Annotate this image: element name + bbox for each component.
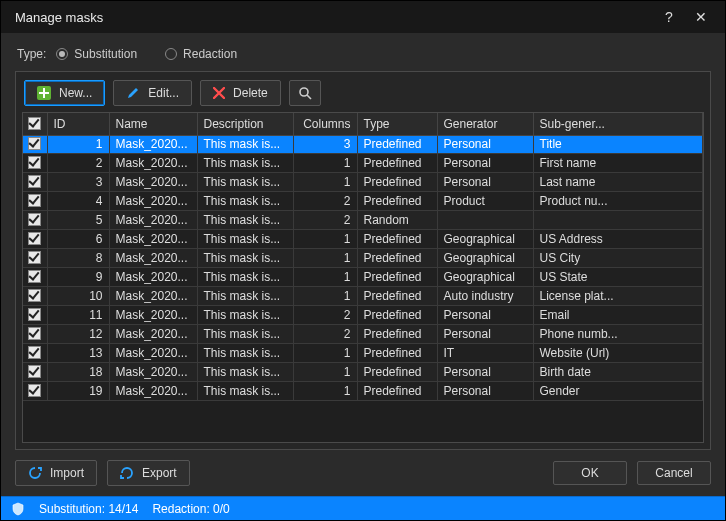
- table-row[interactable]: 2Mask_2020...This mask is...1PredefinedP…: [23, 154, 703, 173]
- cell-id: 4: [47, 192, 109, 211]
- content-area: Type: Substitution Redaction New...: [1, 33, 725, 450]
- cell-type: Predefined: [357, 363, 437, 382]
- cell-columns: 2: [293, 192, 357, 211]
- cell-generator: Personal: [437, 306, 533, 325]
- row-checkbox[interactable]: [28, 289, 41, 302]
- header-type[interactable]: Type: [357, 113, 437, 135]
- row-checkbox[interactable]: [28, 327, 41, 340]
- cell-type: Predefined: [357, 344, 437, 363]
- cell-id: 6: [47, 230, 109, 249]
- cancel-button[interactable]: Cancel: [637, 461, 711, 485]
- cell-columns: 1: [293, 382, 357, 401]
- close-icon: ✕: [695, 9, 707, 25]
- cell-id: 19: [47, 382, 109, 401]
- delete-icon: [213, 87, 225, 99]
- table-row[interactable]: 3Mask_2020...This mask is...1PredefinedP…: [23, 173, 703, 192]
- header-description[interactable]: Description: [197, 113, 293, 135]
- row-checkbox[interactable]: [28, 308, 41, 321]
- cell-columns: 1: [293, 154, 357, 173]
- table-row[interactable]: 9Mask_2020...This mask is...1PredefinedG…: [23, 268, 703, 287]
- cell-id: 8: [47, 249, 109, 268]
- cell-columns: 1: [293, 344, 357, 363]
- cell-generator: Personal: [437, 363, 533, 382]
- header-checkbox[interactable]: [23, 113, 47, 135]
- import-button-label: Import: [50, 466, 84, 480]
- svg-point-3: [300, 88, 308, 96]
- table-row[interactable]: 5Mask_2020...This mask is...2Random: [23, 211, 703, 230]
- help-button[interactable]: ?: [653, 1, 685, 33]
- cell-name: Mask_2020...: [109, 249, 197, 268]
- header-subgenerator[interactable]: Sub-gener...: [533, 113, 703, 135]
- radio-substitution[interactable]: Substitution: [56, 47, 137, 61]
- edit-button[interactable]: Edit...: [113, 80, 192, 106]
- cell-generator: Geographical: [437, 268, 533, 287]
- new-button[interactable]: New...: [24, 80, 105, 106]
- cell-id: 18: [47, 363, 109, 382]
- row-checkbox[interactable]: [28, 270, 41, 283]
- radio-redaction[interactable]: Redaction: [165, 47, 237, 61]
- export-button[interactable]: Export: [107, 460, 190, 486]
- row-checkbox[interactable]: [28, 365, 41, 378]
- type-label: Type:: [17, 47, 46, 61]
- cell-columns: 3: [293, 136, 357, 154]
- status-substitution: Substitution: 14/14: [39, 502, 138, 516]
- cell-type: Predefined: [357, 306, 437, 325]
- import-button[interactable]: Import: [15, 460, 97, 486]
- table-row[interactable]: 13Mask_2020...This mask is...1Predefined…: [23, 344, 703, 363]
- grid-body[interactable]: 1Mask_2020...This mask is...3PredefinedP…: [23, 136, 703, 443]
- radio-substitution-label: Substitution: [74, 47, 137, 61]
- ok-button[interactable]: OK: [553, 461, 627, 485]
- cell-id: 11: [47, 306, 109, 325]
- cell-subgenerator: Last name: [533, 173, 703, 192]
- header-name[interactable]: Name: [109, 113, 197, 135]
- row-checkbox[interactable]: [28, 175, 41, 188]
- table-row[interactable]: 19Mask_2020...This mask is...1Predefined…: [23, 382, 703, 401]
- header-generator[interactable]: Generator: [437, 113, 533, 135]
- row-checkbox[interactable]: [28, 194, 41, 207]
- cell-columns: 1: [293, 173, 357, 192]
- grid: ID Name Description Columns Type Generat…: [22, 112, 704, 443]
- cell-subgenerator: Title: [533, 136, 703, 154]
- row-checkbox[interactable]: [28, 232, 41, 245]
- header-id[interactable]: ID: [47, 113, 109, 135]
- table-row[interactable]: 1Mask_2020...This mask is...3PredefinedP…: [23, 136, 703, 154]
- row-checkbox[interactable]: [28, 251, 41, 264]
- cell-subgenerator: Product nu...: [533, 192, 703, 211]
- cell-id: 2: [47, 154, 109, 173]
- header-columns[interactable]: Columns: [293, 113, 357, 135]
- status-redaction: Redaction: 0/0: [152, 502, 229, 516]
- titlebar: Manage masks ? ✕: [1, 1, 725, 33]
- search-icon: [298, 86, 312, 100]
- delete-button[interactable]: Delete: [200, 80, 281, 106]
- cell-description: This mask is...: [197, 230, 293, 249]
- cell-type: Predefined: [357, 192, 437, 211]
- cell-generator: Personal: [437, 154, 533, 173]
- cell-description: This mask is...: [197, 344, 293, 363]
- table-row[interactable]: 6Mask_2020...This mask is...1PredefinedG…: [23, 230, 703, 249]
- cell-id: 12: [47, 325, 109, 344]
- checkbox-icon: [28, 117, 41, 130]
- table-row[interactable]: 11Mask_2020...This mask is...2Predefined…: [23, 306, 703, 325]
- cell-type: Predefined: [357, 154, 437, 173]
- cell-name: Mask_2020...: [109, 230, 197, 249]
- cell-id: 9: [47, 268, 109, 287]
- row-checkbox[interactable]: [28, 384, 41, 397]
- row-checkbox[interactable]: [28, 346, 41, 359]
- row-checkbox[interactable]: [28, 213, 41, 226]
- row-checkbox[interactable]: [28, 156, 41, 169]
- statusbar: Substitution: 14/14 Redaction: 0/0: [1, 496, 725, 520]
- table-row[interactable]: 10Mask_2020...This mask is...1Predefined…: [23, 287, 703, 306]
- table-row[interactable]: 8Mask_2020...This mask is...1PredefinedG…: [23, 249, 703, 268]
- help-icon: ?: [665, 9, 673, 25]
- table-row[interactable]: 4Mask_2020...This mask is...2PredefinedP…: [23, 192, 703, 211]
- manage-masks-dialog: Manage masks ? ✕ Type: Substitution Reda…: [0, 0, 726, 521]
- table-row[interactable]: 18Mask_2020...This mask is...1Predefined…: [23, 363, 703, 382]
- cell-type: Predefined: [357, 249, 437, 268]
- search-button[interactable]: [289, 80, 321, 106]
- close-button[interactable]: ✕: [685, 1, 717, 33]
- cell-id: 10: [47, 287, 109, 306]
- row-checkbox[interactable]: [28, 137, 41, 150]
- table-row[interactable]: 12Mask_2020...This mask is...2Predefined…: [23, 325, 703, 344]
- cell-columns: 2: [293, 306, 357, 325]
- cell-generator: Personal: [437, 136, 533, 154]
